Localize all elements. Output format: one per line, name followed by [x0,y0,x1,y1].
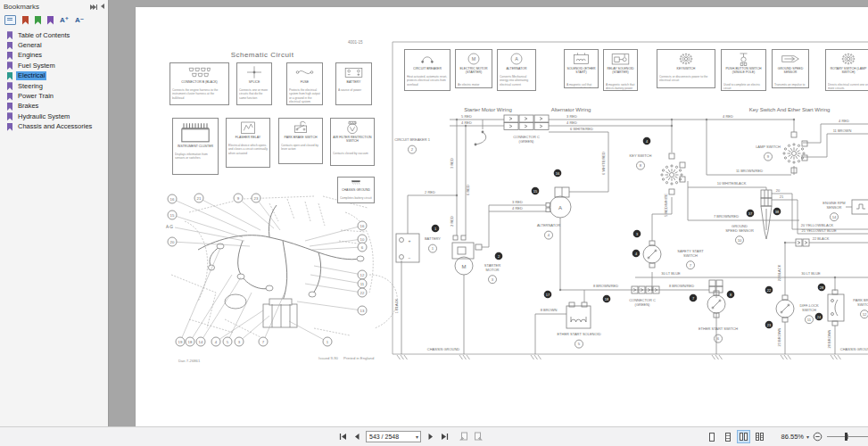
legend-name: ROTARY SWITCH (LAMP SWITCH) [828,67,868,74]
harness-routing-illustration: 16219231520161061211221319181445371A-G [166,194,397,346]
legend-name: CONNECTOR B (BLACK) [172,80,227,84]
zoom-slider[interactable] [827,431,868,442]
dock-panel-icon[interactable] [90,4,97,10]
component-label: PARK BRAKESWITCH [853,298,868,307]
svg-text:M: M [472,56,475,62]
component-lamp-switch: LAMP SWITCH9 [756,132,807,173]
collapse-panel-icon[interactable] [101,3,104,11]
legend-box-air-filter-restriction-switch: AIR FILTER RESTRICTION SWITCHContacts cl… [330,118,375,166]
bookmark-icon [7,93,12,101]
bookmark-item-hydraulic-system[interactable]: Hydraulic System [0,112,108,121]
wire-badge: 8 [727,291,735,299]
last-page-button[interactable] [439,431,450,443]
bookmark-item-electrical[interactable]: Electrical [0,71,108,81]
legend-desc: A source of power [338,88,369,92]
component-label: GROUNDSPEED SENSOR [725,224,754,233]
bookmark-options-icon[interactable] [4,15,16,25]
expand-bookmarks-purple-icon[interactable] [47,16,54,25]
bookmark-item-chassis-and-accessories[interactable]: Chassis and Accessories [0,122,108,132]
previous-view-button[interactable] [459,431,469,443]
zoom-dropdown-caret-icon[interactable]: ▾ [806,434,809,440]
svg-text:12: 12 [863,312,867,317]
bookmark-icon [7,112,12,120]
wire-badge: 4 [643,137,651,145]
wire-badge: 4 [632,250,641,258]
bookmark-item-engines[interactable]: Engines [0,51,108,61]
svg-text:−: − [409,255,411,260]
increase-text-size-button[interactable]: A⁺ [60,17,69,24]
bookmark-label: General [16,41,44,50]
wire-badge: 18 [603,295,611,303]
bookmark-item-power-train[interactable]: Power Train [0,91,108,101]
wire-label: 4 RED [512,206,523,211]
expand-bookmarks-red-icon[interactable] [22,16,29,25]
page-dropdown-caret-icon[interactable]: ▾ [416,434,418,440]
connector-b-black-icon [172,65,227,79]
svg-text:15: 15 [170,213,175,218]
svg-text:3: 3 [492,277,494,282]
wire-label: 3 RED [512,200,523,204]
svg-text:22: 22 [360,291,365,295]
legend-name: AIR FILTER RESTRICTION SWITCH [333,136,372,143]
chassis-ground-icon [340,179,372,187]
zoom-out-button[interactable] [812,431,823,443]
bookmark-item-steering[interactable]: Steering [0,81,108,91]
bookmark-icon [7,72,12,80]
bookmark-label: Table of Contents [16,31,71,40]
two-page-view-button[interactable] [737,430,750,443]
document-area[interactable]: 4001-15 Schematic Circuit Starter Motor … [109,0,868,427]
single-page-view-button[interactable] [705,430,718,443]
wire-label: 3 RED [566,114,577,119]
legend-name: SOLENOID (ETHER START) [566,67,596,74]
svg-text:A: A [558,205,562,211]
previous-page-button[interactable] [351,431,362,443]
fuse-icon [289,65,320,79]
wire-label: 5 RED [461,114,472,119]
svg-text:16: 16 [556,171,560,176]
legend-name: ELECTRIC MOTOR (STARTER) [458,67,490,74]
two-page-scroll-view-button[interactable] [753,430,766,443]
doc-code: Dan 7-26861 [178,359,201,363]
zoom-slider-thumb[interactable] [845,433,847,441]
legend-box-relay-solenoid-starter: RELAY SOLENOID (STARTER)A magnetic switc… [603,49,638,91]
bookmark-icon [7,42,12,50]
svg-text:23: 23 [767,323,772,327]
svg-text:20: 20 [170,240,175,244]
expand-bookmarks-green-icon[interactable] [35,16,41,25]
first-page-button[interactable] [337,431,348,443]
continuous-view-button[interactable] [721,430,734,443]
splice-icon [239,65,269,79]
svg-text:22: 22 [767,288,772,293]
legend-name: CHASSIS GROUND [340,188,372,192]
component-engine-rpm-sensor: ENGINE RPMSENSOR14 [823,200,868,221]
bookmark-item-fuel-system[interactable]: Fuel System [0,61,108,70]
bookmark-icon [7,103,12,111]
wire-label: 6 RED [466,185,470,195]
next-view-button[interactable] [472,431,483,443]
wire-badge: 7 [690,294,698,302]
legend-box-battery: BATTERYA source of power [335,62,372,105]
legend-name: FUSE [289,80,320,84]
svg-text:10: 10 [360,237,365,242]
legend-box-connector-b-black: CONNECTOR B (BLACK)Connects the engine h… [169,62,229,105]
component-park-brake-switch: PARK BRAKESWITCH12 [828,290,868,326]
page-number-input[interactable]: 543 / 2548 ▾ [366,431,421,442]
svg-text:17: 17 [546,293,550,297]
bookmark-item-brakes[interactable]: Brakes [0,102,108,112]
svg-text:1: 1 [432,246,434,251]
svg-text:12: 12 [360,273,365,277]
next-page-button[interactable] [425,431,435,443]
bookmark-item-table-of-contents[interactable]: Table of Contents [0,30,108,40]
wire-label: 30 LT BLUE [661,271,681,276]
wire-label: 20 [776,188,781,193]
bookmark-icon [7,123,12,131]
decrease-text-size-button[interactable]: A⁻ [75,17,84,24]
wire-badge: 28 [818,284,826,292]
bookmark-item-general[interactable]: General [0,40,108,50]
svg-text:11: 11 [360,282,365,286]
section-heading-alternator: Alternator Wiring [551,107,591,112]
component-connector-c-top: CONNECTOR C(GREEN) [504,115,549,144]
illustration-callout: 10 [310,235,367,246]
component-connector-c-lower: CONNECTOR C(GREEN) [629,286,659,307]
legend-box-park-brake-switch: PARK BRAKE SWITCHContacts open and close… [278,118,323,164]
